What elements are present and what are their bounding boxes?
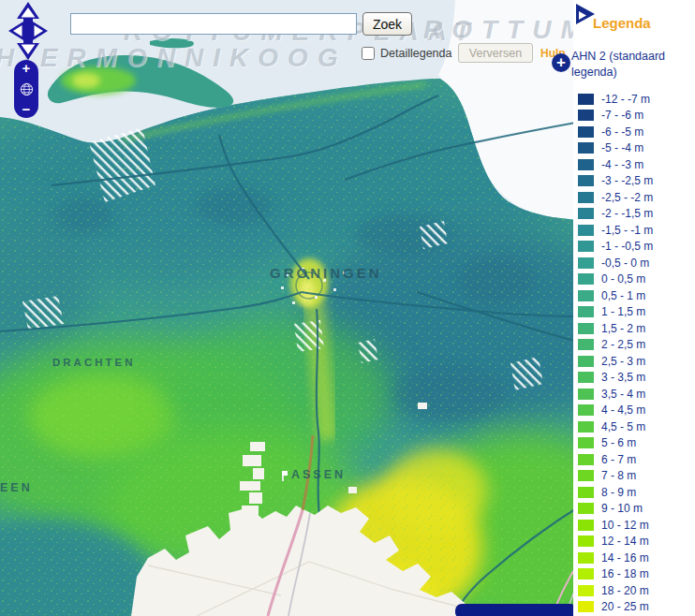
legend-label: -2 - -1,5 m [601, 207, 653, 220]
zoom-control: + − [14, 60, 38, 118]
legend-swatch [578, 241, 594, 252]
legend-label: -2,5 - -2 m [601, 191, 653, 204]
legend-label: -5 - -4 m [601, 141, 643, 154]
legend-label: -7 - -6 m [601, 109, 643, 122]
globe-icon[interactable] [20, 82, 34, 96]
zoom-out-button[interactable]: − [14, 104, 38, 115]
zoom-in-button[interactable]: + [14, 63, 38, 74]
legend-label: 0,5 - 1 m [601, 289, 645, 302]
legend-swatch [578, 225, 594, 236]
legend-row: -4 - -3 m [578, 156, 653, 173]
legend-row: 14 - 16 m [578, 550, 653, 566]
legend-row: 18 - 20 m [578, 582, 653, 599]
legend-swatch [578, 535, 594, 547]
legend-row: -0,5 - 0 m [578, 255, 653, 271]
legend-label: -12 - -7 m [601, 93, 650, 106]
legend-swatch [578, 389, 594, 400]
legend-label: -0,5 - 0 m [601, 257, 649, 270]
add-layer-icon[interactable]: + [552, 53, 570, 72]
legend-label: 7 - 8 m [601, 469, 636, 482]
legend-row: -2 - -1,5 m [578, 206, 653, 223]
legend-row: 9 - 10 m [578, 501, 653, 518]
legend-row: 4 - 4,5 m [578, 403, 653, 419]
legend-label: 3 - 3,5 m [601, 371, 645, 384]
legend-swatch [578, 208, 594, 219]
legend-row: 2,5 - 3 m [578, 353, 653, 370]
legend-label: -4 - -3 m [601, 158, 643, 171]
legend-label: 4 - 4,5 m [601, 403, 645, 417]
legend-label: 18 - 20 m [601, 584, 649, 597]
legend-swatch [578, 142, 594, 154]
legend-label: -1,5 - -1 m [601, 224, 653, 237]
legend-label: -1 - -0,5 m [601, 240, 653, 253]
legend-swatch [578, 110, 594, 121]
legend-label: 2,5 - 3 m [601, 355, 645, 368]
legend-row: 3 - 3,5 m [578, 370, 653, 387]
legend-swatch [578, 306, 594, 317]
legend-label: -6 - -5 m [601, 125, 643, 139]
legend-row: 5 - 6 m [578, 435, 653, 452]
detail-legend-label: Detaillegenda [380, 47, 451, 60]
legend-swatch [578, 323, 594, 334]
overview-bar[interactable] [455, 604, 577, 616]
legend-swatch [578, 159, 594, 170]
legend-label: 1,5 - 2 m [601, 322, 645, 335]
legend-row: -6 - -5 m [578, 124, 653, 140]
legend-label: 6 - 7 m [601, 453, 636, 466]
legend-row: 4,5 - 5 m [578, 418, 653, 435]
legend-label: 2 - 2,5 m [601, 338, 645, 351]
legend-label: 9 - 10 m [601, 502, 643, 515]
legend-row: 3,5 - 4 m [578, 386, 653, 403]
legend-swatch [578, 552, 594, 564]
legend-row: 6 - 7 m [578, 451, 653, 468]
legend-swatch [578, 601, 594, 612]
legend-label: 10 - 12 m [601, 519, 649, 532]
detail-legend-checkbox[interactable] [362, 47, 375, 60]
legend-swatch [578, 437, 594, 448]
legend-label: 4,5 - 5 m [601, 420, 645, 433]
legend-swatch [578, 585, 594, 596]
legend-swatch [578, 356, 594, 367]
legend-row: 8 - 9 m [578, 484, 653, 501]
legend-row: 12 - 14 m [578, 534, 653, 550]
legend-label: 14 - 16 m [601, 551, 649, 565]
legend-swatch [578, 94, 594, 105]
legend-row: 0 - 0,5 m [578, 271, 653, 288]
legend-swatch [578, 175, 594, 186]
active-layer-label: AHN 2 (standaard legenda) [571, 49, 691, 81]
legend-swatch [578, 404, 594, 416]
legend-swatch [578, 192, 594, 203]
legend-row: 1 - 1,5 m [578, 304, 653, 321]
legend-row: -1,5 - -1 m [578, 222, 653, 239]
legend-row: -12 - -7 m [578, 91, 653, 108]
legend-swatch [578, 126, 594, 138]
legend-label: 3,5 - 4 m [601, 388, 645, 401]
legend-label: -3 - -2,5 m [601, 174, 653, 187]
legend-row: 16 - 18 m [578, 566, 653, 583]
legend-row: -1 - -0,5 m [578, 239, 653, 256]
refresh-button[interactable]: Verversen [458, 43, 533, 63]
legend-title: Legenda [593, 15, 651, 31]
legend-rows: -12 - -7 m -7 - -6 m -6 - -5 m -5 - -4 m… [578, 91, 653, 615]
legend-row: -2,5 - -2 m [578, 189, 653, 206]
legend-row: 1,5 - 2 m [578, 320, 653, 337]
legend-row: 10 - 12 m [578, 517, 653, 534]
legend-row: 2 - 2,5 m [578, 337, 653, 354]
legend-swatch [578, 470, 594, 481]
legend-label: 20 - 25 m [601, 600, 649, 613]
legend-swatch [578, 273, 594, 285]
legend-row: 20 - 25 m [578, 599, 653, 616]
legend-swatch [578, 454, 594, 465]
legend-swatch [578, 339, 594, 350]
pan-control[interactable] [7, 1, 50, 65]
legend-swatch [578, 568, 594, 579]
legend-label: 8 - 9 m [601, 486, 636, 499]
search-button[interactable]: Zoek [362, 12, 412, 36]
legend-swatch [578, 503, 594, 514]
legend-label: 1 - 1,5 m [601, 305, 645, 318]
search-input[interactable] [70, 13, 357, 35]
legend-row: -5 - -4 m [578, 140, 653, 157]
legend-label: 0 - 0,5 m [601, 272, 645, 286]
legend-swatch [578, 487, 594, 498]
legend-collapse-icon[interactable] [576, 4, 595, 26]
